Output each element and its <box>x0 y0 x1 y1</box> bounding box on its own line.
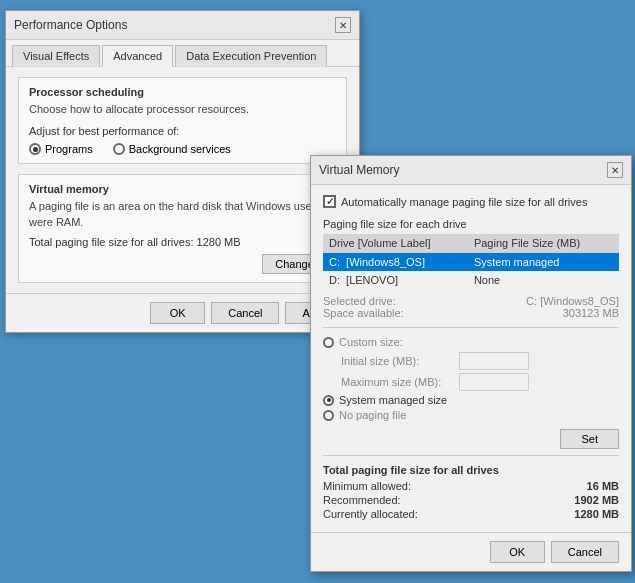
tab-dep[interactable]: Data Execution Prevention <box>175 45 327 67</box>
perf-dialog-title: Performance Options <box>14 18 127 32</box>
perf-options-dialog: Performance Options ✕ Visual Effects Adv… <box>5 10 360 333</box>
radio-background-dot <box>113 143 125 155</box>
radio-programs-dot <box>29 143 41 155</box>
current-value: 1280 MB <box>574 508 619 520</box>
adjust-label: Adjust for best performance of: <box>29 125 336 137</box>
auto-manage-row[interactable]: Automatically manage paging file size fo… <box>323 195 619 208</box>
drive-section-title: Paging file size for each drive <box>323 218 619 230</box>
vm-cancel-button[interactable]: Cancel <box>551 541 619 563</box>
system-managed-option[interactable]: System managed size <box>323 394 619 406</box>
processor-radio-group: Programs Background services <box>29 143 336 155</box>
size-section: Custom size: Initial size (MB): Maximum … <box>323 336 619 421</box>
tab-advanced[interactable]: Advanced <box>102 45 173 67</box>
processor-scheduling-section: Processor scheduling Choose how to alloc… <box>18 77 347 164</box>
perf-close-button[interactable]: ✕ <box>335 17 351 33</box>
perf-content: Processor scheduling Choose how to alloc… <box>6 67 359 293</box>
drive-info: Selected drive: C: [Windows8_OS] Space a… <box>323 295 619 319</box>
vm-total-value: 1280 MB <box>197 236 241 248</box>
perf-titlebar: Performance Options ✕ <box>6 11 359 40</box>
auto-manage-label: Automatically manage paging file size fo… <box>341 196 587 208</box>
maximum-size-input[interactable] <box>459 373 529 391</box>
drive-table: Drive [Volume Label] Paging File Size (M… <box>323 234 619 289</box>
drive-table-row[interactable]: C: [Windows8_OS]System managed <box>323 253 619 272</box>
total-section: Total paging file size for all drives Mi… <box>323 455 619 520</box>
vm-section-desc: A paging file is an area on the hard dis… <box>29 199 336 230</box>
processor-section-desc: Choose how to allocate processor resourc… <box>29 102 336 117</box>
custom-size-option[interactable]: Custom size: <box>323 336 619 348</box>
recommended-label: Recommended: <box>323 494 401 506</box>
selected-drive-value: C: [Windows8_OS] <box>526 295 619 307</box>
selected-drive-label: Selected drive: <box>323 295 396 307</box>
selected-drive-row: Selected drive: C: [Windows8_OS] <box>323 295 619 307</box>
no-paging-radio[interactable] <box>323 410 334 421</box>
space-available-value: 303123 MB <box>563 307 619 319</box>
minimum-row: Minimum allowed: 16 MB <box>323 480 619 492</box>
no-paging-label: No paging file <box>339 409 406 421</box>
system-managed-radio[interactable] <box>323 395 334 406</box>
tab-visual-effects[interactable]: Visual Effects <box>12 45 100 67</box>
initial-size-input[interactable] <box>459 352 529 370</box>
total-section-title: Total paging file size for all drives <box>323 464 619 476</box>
minimum-label: Minimum allowed: <box>323 480 411 492</box>
vm-section-title: Virtual memory <box>29 183 336 195</box>
perf-cancel-button[interactable]: Cancel <box>211 302 279 324</box>
processor-section-title: Processor scheduling <box>29 86 336 98</box>
custom-size-label: Custom size: <box>339 336 403 348</box>
maximum-size-label: Maximum size (MB): <box>341 376 451 388</box>
radio-programs[interactable]: Programs <box>29 143 93 155</box>
vm-body: Automatically manage paging file size fo… <box>311 185 631 532</box>
drive-table-row[interactable]: D: [LENOVO]None <box>323 271 619 289</box>
auto-manage-checkbox[interactable] <box>323 195 336 208</box>
current-label: Currently allocated: <box>323 508 418 520</box>
vm-change-row: Change... <box>29 254 336 274</box>
space-available-row: Space available: 303123 MB <box>323 307 619 319</box>
system-managed-label: System managed size <box>339 394 447 406</box>
initial-size-label: Initial size (MB): <box>341 355 451 367</box>
drive-col-header: Drive [Volume Label] <box>323 234 468 253</box>
radio-background-label: Background services <box>129 143 231 155</box>
vm-dialog-title: Virtual Memory <box>319 163 399 177</box>
set-button[interactable]: Set <box>560 429 619 449</box>
perf-ok-button[interactable]: OK <box>150 302 205 324</box>
perf-footer: OK Cancel Apply <box>6 293 359 332</box>
custom-size-radio[interactable] <box>323 337 334 348</box>
no-paging-option[interactable]: No paging file <box>323 409 619 421</box>
recommended-row: Recommended: 1902 MB <box>323 494 619 506</box>
radio-background[interactable]: Background services <box>113 143 231 155</box>
radio-programs-label: Programs <box>45 143 93 155</box>
perf-tabs: Visual Effects Advanced Data Execution P… <box>6 40 359 67</box>
vm-footer: OK Cancel <box>311 532 631 571</box>
vm-total-label: Total paging file size for all drives: <box>29 236 193 248</box>
vm-close-button[interactable]: ✕ <box>607 162 623 178</box>
current-row: Currently allocated: 1280 MB <box>323 508 619 520</box>
virtual-memory-dialog: Virtual Memory ✕ Automatically manage pa… <box>310 155 632 572</box>
space-available-label: Space available: <box>323 307 404 319</box>
vm-total-row: Total paging file size for all drives: 1… <box>29 236 336 248</box>
paging-size-col-header: Paging File Size (MB) <box>468 234 619 253</box>
vm-ok-button[interactable]: OK <box>490 541 545 563</box>
set-btn-row: Set <box>323 429 619 449</box>
virtual-memory-section: Virtual memory A paging file is an area … <box>18 174 347 283</box>
minimum-value: 16 MB <box>587 480 619 492</box>
maximum-size-row: Maximum size (MB): <box>323 373 619 391</box>
initial-size-row: Initial size (MB): <box>323 352 619 370</box>
vm-titlebar: Virtual Memory ✕ <box>311 156 631 185</box>
recommended-value: 1902 MB <box>574 494 619 506</box>
